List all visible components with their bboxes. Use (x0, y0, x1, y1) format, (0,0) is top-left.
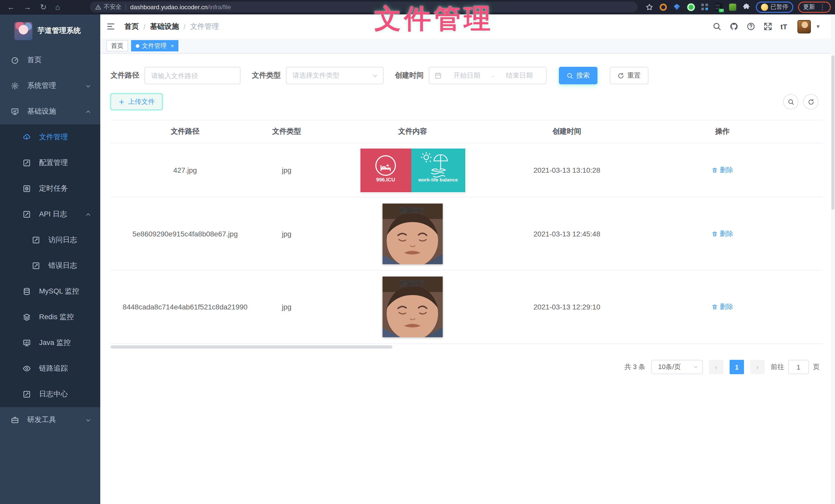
tag-home[interactable]: 首页 (106, 40, 128, 51)
extension-grid-icon[interactable] (700, 2, 709, 12)
sidebar-item-label: 链路追踪 (39, 364, 68, 373)
file-path-field (144, 67, 241, 84)
file-table: 文件路径 文件类型 文件内容 创建时间 操作 427.jpg jpg (110, 120, 823, 344)
help-icon[interactable] (747, 22, 755, 31)
omnibox-divider (125, 4, 126, 10)
sidebar-item-file-manage[interactable]: 文件管理 (0, 124, 100, 150)
vertical-scrollbar[interactable] (831, 14, 835, 504)
sidebar-item-dev-tools[interactable]: 研发工具 (0, 407, 100, 433)
sidebar: 芋道管理系统 首页 系统管理 基础设施 文件管理 配置管理 (0, 14, 100, 504)
browser-menu-icon[interactable]: ⋮ (819, 4, 826, 10)
extensions-puzzle-icon[interactable] (742, 2, 751, 12)
reset-button-label: 重置 (627, 71, 640, 80)
extension-pin-icon[interactable] (672, 2, 681, 12)
monitor-icon (11, 107, 19, 115)
trash-icon (712, 231, 718, 237)
user-menu[interactable]: ▼ (797, 20, 821, 33)
forward-icon[interactable]: → (24, 3, 32, 11)
active-dot-icon (136, 44, 139, 47)
delete-button[interactable]: 删除 (712, 302, 733, 312)
file-preview-baby-meme[interactable]: 我裂开了 (383, 276, 443, 337)
hamburger-icon[interactable] (106, 22, 116, 31)
delete-button[interactable]: 删除 (712, 229, 733, 238)
reset-button[interactable]: 重置 (610, 67, 648, 84)
plus-icon (118, 99, 125, 105)
vertical-scrollbar-thumb[interactable] (831, 56, 834, 210)
sidebar-item-system[interactable]: 系统管理 (0, 73, 100, 99)
file-type-select[interactable]: 请选择文件类型 (286, 67, 384, 84)
table-tools (783, 94, 818, 109)
back-icon[interactable]: ← (7, 3, 15, 11)
search-icon[interactable] (713, 22, 721, 31)
sidebar-item-mysql[interactable]: MySQL 监控 (0, 279, 100, 304)
chevron-up-icon (85, 109, 91, 114)
sidebar-item-redis[interactable]: Redis 监控 (0, 304, 100, 330)
sidebar-item-tracing[interactable]: 链路追踪 (0, 356, 100, 381)
refresh-icon (808, 99, 814, 105)
page-size-select[interactable]: 10条/页 (651, 360, 703, 374)
sidebar-item-label: API 日志 (39, 210, 67, 219)
cell-actions: 删除 (622, 302, 823, 312)
sidebar-item-config[interactable]: 配置管理 (0, 150, 100, 176)
col-header-type: 文件类型 (260, 127, 314, 136)
cell-file-path: 427.jpg (110, 166, 260, 174)
sidebar-item-log-center[interactable]: 日志中心 (0, 381, 100, 407)
sidebar-item-home[interactable]: 首页 (0, 47, 100, 73)
goto-page: 前往 页 (771, 360, 819, 374)
sidebar-item-error-log[interactable]: 错误日志 (0, 253, 100, 279)
file-preview-baby-meme[interactable]: 我裂开了 (383, 203, 443, 264)
breadcrumb-infra[interactable]: 基础设施 (150, 22, 179, 31)
close-icon[interactable]: × (171, 43, 174, 48)
font-size-icon[interactable]: tT (780, 22, 787, 30)
layers-icon (23, 313, 31, 321)
reload-icon[interactable]: ↻ (40, 3, 46, 11)
goto-page-input[interactable] (788, 360, 809, 374)
refresh-table-button[interactable] (803, 94, 818, 109)
file-preview-996-banner[interactable]: 996.ICU work-life balance (360, 148, 465, 192)
next-page-button[interactable]: › (750, 360, 765, 374)
bookmark-star-icon[interactable] (645, 2, 654, 12)
search-button[interactable]: 搜索 (559, 67, 597, 84)
address-bar[interactable]: 不安全 dashboard.yudao.iocoder.cn/infra/fil… (90, 2, 637, 12)
sidebar-item-cron[interactable]: 定时任务 (0, 176, 100, 202)
trash-icon (712, 167, 718, 173)
security-status[interactable]: 不安全 (95, 3, 121, 11)
type-label: 文件类型 (252, 71, 281, 80)
browser-update-chip[interactable]: 更新 ⋮ (798, 1, 831, 13)
breadcrumb-home[interactable]: 首页 (124, 22, 139, 31)
cell-actions: 删除 (622, 229, 823, 238)
sidebar-item-label: 文件管理 (39, 133, 68, 142)
sidebar-item-java[interactable]: Java 监控 (0, 330, 100, 356)
horizontal-scrollbar-thumb[interactable] (110, 345, 392, 349)
col-header-actions: 操作 (622, 127, 823, 136)
extension-robot-icon[interactable] (728, 2, 737, 12)
delete-label: 删除 (720, 302, 733, 312)
avatar[interactable] (797, 20, 811, 33)
fullscreen-icon[interactable] (763, 22, 772, 31)
github-icon[interactable] (730, 22, 738, 31)
delete-button[interactable]: 删除 (712, 166, 733, 175)
app-title: 芋道管理系统 (38, 26, 81, 36)
range-separator: - (492, 72, 494, 79)
sidebar-item-infra[interactable]: 基础设施 (0, 99, 100, 124)
extension-green-icon[interactable] (686, 2, 695, 12)
browser-extensions: on 已暂停 更新 ⋮ (645, 1, 835, 13)
app-logo-row[interactable]: 芋道管理系统 (0, 14, 100, 47)
sidebar-item-api-log[interactable]: API 日志 (0, 202, 100, 227)
upload-file-button[interactable]: 上传文件 (110, 93, 162, 110)
sidebar-item-access-log[interactable]: 访问日志 (0, 227, 100, 253)
sidebar-item-label: Redis 监控 (39, 313, 74, 322)
prev-page-button[interactable]: ‹ (709, 360, 724, 374)
tag-label: 文件管理 (142, 41, 167, 50)
date-range-picker[interactable]: 开始日期 - 结束日期 (429, 67, 547, 84)
cell-file-path: 5e8609290e915c4fa8b08e67.jpg (110, 230, 260, 238)
home-icon[interactable]: ⌂ (55, 3, 60, 11)
table-toolbar: 上传文件 (110, 93, 823, 110)
page-number-button[interactable]: 1 (730, 360, 744, 374)
extension-dark-icon[interactable]: on (714, 2, 723, 12)
extension-orange-icon[interactable] (658, 2, 668, 12)
profile-paused-chip[interactable]: 已暂停 (756, 1, 793, 13)
tag-file-manage[interactable]: 文件管理 × (131, 40, 179, 51)
show-search-button[interactable] (783, 94, 798, 109)
file-path-input[interactable] (145, 67, 240, 84)
